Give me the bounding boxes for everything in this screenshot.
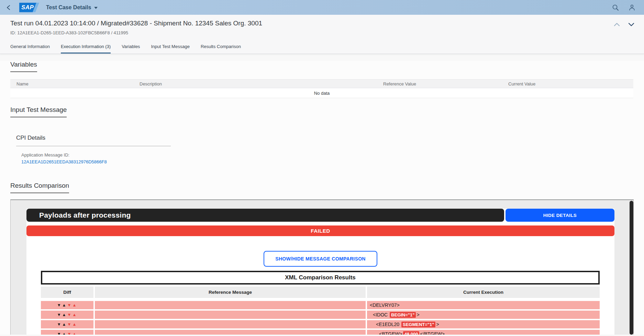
- tab-variables[interactable]: Variables: [122, 44, 140, 54]
- tab-general-information[interactable]: General Information: [10, 44, 50, 54]
- user-profile-icon[interactable]: [628, 4, 636, 11]
- header-collapse-controls: [613, 22, 635, 27]
- variables-column-name: Name: [10, 81, 133, 86]
- xml-table-rows: ▼▲▼▲<DELVRY07>▼▲▼▲<IDOC BEGIN="1">▼▲▼▲<E…: [41, 301, 600, 335]
- page-title: Test run 04.01.2023 10:14:00 / Migrated#…: [10, 20, 633, 27]
- variables-section: Variables: [10, 61, 633, 72]
- xml-column-current-execution: Current Execution: [367, 287, 600, 298]
- report-vertical-scrollbar[interactable]: [630, 201, 633, 335]
- diff-triangle-icon: ▼: [57, 303, 62, 308]
- reference-message-cell: [95, 330, 366, 335]
- hide-details-button[interactable]: HIDE DETAILS: [506, 209, 614, 222]
- diff-triangle-icon: ▼: [67, 312, 73, 317]
- tab-results-comparison[interactable]: Results Comparison: [201, 44, 241, 54]
- page-subtitle-id: ID: 12A1EEA1-D265-1EED-A383-102FBC5B66F8…: [10, 30, 633, 41]
- page-content: Variables NameDescriptionReference Value…: [0, 61, 644, 335]
- search-icon[interactable]: [612, 4, 619, 11]
- results-comparison-section: Results Comparison: [10, 182, 633, 193]
- sap-logo-text: SAP: [21, 4, 34, 11]
- diff-highlight: BEGIN="1": [390, 312, 416, 318]
- variables-section-title: Variables: [10, 61, 37, 72]
- current-execution-cell: <IDOC BEGIN="1">: [367, 311, 600, 319]
- xml-text: >: [417, 312, 419, 317]
- diff-highlight: SEGMENT="1": [401, 322, 435, 327]
- diff-triangle-icon: ▼: [67, 303, 73, 308]
- reference-message-cell: [95, 301, 366, 309]
- current-execution-cell: <E1EDL20 SEGMENT="1">: [367, 320, 600, 328]
- variables-column-description: Description: [133, 81, 377, 86]
- xml-diff-row: ▼▲▼▲<E1EDL20 SEGMENT="1">: [41, 320, 600, 328]
- diff-markers-cell: ▼▲▼▲: [41, 330, 93, 335]
- results-comparison-title: Results Comparison: [10, 182, 69, 193]
- diff-markers-cell: ▼▲▼▲: [41, 320, 93, 328]
- diff-triangle-icon: ▲: [72, 312, 77, 317]
- diff-triangle-icon: ▼: [57, 322, 62, 327]
- xml-text: <E1EDL20: [376, 322, 401, 327]
- shell-bar: SAP Test Case Details: [0, 0, 644, 15]
- diff-markers-cell: ▼▲▼▲: [41, 311, 93, 319]
- xml-text: <DELVRY07>: [370, 302, 400, 308]
- xml-diff-row: ▼▲▼▲<IDOC BEGIN="1">: [41, 311, 600, 319]
- app-title-menu[interactable]: Test Case Details: [46, 4, 98, 11]
- results-report-frame: Payloads after processing HIDE DETAILS F…: [10, 199, 634, 335]
- cpi-details-title: CPI Details: [16, 135, 171, 141]
- title-caret-icon: [94, 7, 98, 9]
- xml-diff-row: ▼▲▼▲<DELVRY07>: [41, 301, 600, 309]
- variables-table: NameDescriptionReference ValueCurrent Va…: [10, 79, 633, 98]
- tab-input-test-message[interactable]: Input Test Message: [151, 44, 190, 54]
- sap-logo[interactable]: SAP: [19, 3, 39, 12]
- diff-highlight: 48.000: [403, 331, 420, 335]
- xml-diff-row: ▼▲▼▲<BTGEW>48.000</BTGEW>: [41, 330, 600, 335]
- xml-text: <IDOC: [373, 312, 389, 317]
- diff-triangle-icon: ▼: [57, 332, 62, 335]
- current-execution-cell: <BTGEW>48.000</BTGEW>: [367, 330, 600, 335]
- tab-execution-information-3[interactable]: Execution Information (3): [61, 44, 111, 54]
- chevron-down-icon[interactable]: [628, 22, 635, 27]
- xml-table-header: DiffReference MessageCurrent Execution: [41, 287, 600, 298]
- chevron-up-icon[interactable]: [613, 22, 621, 27]
- tab-bar: General InformationExecution Information…: [0, 41, 644, 54]
- diff-triangle-icon: ▲: [72, 322, 77, 327]
- reference-message-cell: [95, 311, 366, 319]
- current-execution-cell: <DELVRY07>: [367, 301, 600, 309]
- variables-no-data: No data: [10, 88, 633, 98]
- variables-table-header: NameDescriptionReference ValueCurrent Va…: [10, 79, 633, 88]
- diff-triangle-icon: ▼: [57, 312, 62, 317]
- show-hide-message-comparison-button[interactable]: SHOW/HIDE MESSAGE COMPARISON: [264, 251, 377, 267]
- application-message-id-label: Application Message ID:: [21, 152, 633, 158]
- xml-text: <BTGEW>: [379, 331, 402, 335]
- diff-triangle-icon: ▲: [72, 303, 77, 308]
- payloads-header-bar: Payloads after processing: [26, 209, 504, 222]
- reference-message-cell: [95, 320, 366, 328]
- xml-text: </BTGEW>: [420, 331, 445, 335]
- cpi-details-block: CPI Details: [16, 135, 171, 146]
- diff-triangle-icon: ▲: [72, 332, 77, 335]
- status-failed-banner: FAILED: [26, 225, 614, 236]
- diff-triangle-icon: ▲: [62, 332, 67, 335]
- variables-column-reference-value: Reference Value: [377, 81, 502, 86]
- xml-comparison-results-title: XML Comparison Results: [41, 271, 600, 285]
- xml-column-diff: Diff: [41, 287, 93, 298]
- input-test-message-section: Input Test Message: [10, 106, 633, 117]
- diff-triangle-icon: ▼: [67, 332, 73, 335]
- page-header: Test run 04.01.2023 10:14:00 / Migrated#…: [0, 15, 644, 41]
- xml-text: >: [436, 322, 439, 327]
- application-message-id-link[interactable]: 12A1EEA1D2651EEDA38312976D5866F8: [21, 159, 107, 164]
- back-icon[interactable]: [5, 4, 12, 11]
- diff-triangle-icon: ▲: [62, 303, 67, 308]
- app-title: Test Case Details: [46, 4, 91, 11]
- input-test-message-title: Input Test Message: [10, 106, 67, 117]
- diff-triangle-icon: ▲: [62, 322, 67, 327]
- variables-column-current-value: Current Value: [502, 81, 633, 86]
- diff-markers-cell: ▼▲▼▲: [41, 301, 93, 309]
- diff-triangle-icon: ▲: [62, 312, 67, 317]
- xml-column-reference-message: Reference Message: [95, 287, 366, 298]
- diff-triangle-icon: ▼: [67, 322, 73, 327]
